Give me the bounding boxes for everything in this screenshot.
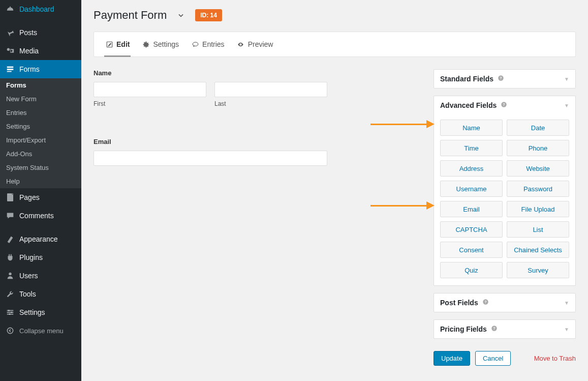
pin-icon bbox=[5, 27, 15, 38]
annotation-arrow bbox=[370, 201, 435, 210]
svg-point-9 bbox=[8, 310, 10, 311]
sidebar-item-comments[interactable]: Comments bbox=[0, 207, 81, 225]
collapse-triangle-icon: ▼ bbox=[564, 327, 569, 332]
field-btn-website[interactable]: Website bbox=[507, 160, 569, 177]
field-btn-time[interactable]: Time bbox=[440, 140, 503, 156]
email-input[interactable] bbox=[94, 151, 327, 166]
sidebar-item-media[interactable]: Media bbox=[0, 42, 81, 60]
sidebar-item-posts[interactable]: Posts bbox=[0, 23, 81, 42]
tab-label: Edit bbox=[116, 40, 130, 48]
sidebar-item-settings[interactable]: Settings bbox=[0, 303, 81, 321]
submenu-entries[interactable]: Entries bbox=[0, 106, 81, 120]
field-btn-date[interactable]: Date bbox=[507, 120, 569, 136]
update-button[interactable]: Update bbox=[434, 351, 470, 366]
tab-settings[interactable]: Settings bbox=[136, 32, 185, 56]
sidebar-label: Comments bbox=[19, 212, 54, 220]
appearance-icon bbox=[5, 234, 15, 244]
tools-icon bbox=[5, 289, 15, 299]
panel-advanced-fields: Advanced Fields ? ▼ Name Date Time Phone… bbox=[434, 96, 576, 286]
dashboard-icon bbox=[5, 4, 15, 14]
submenu-forms[interactable]: Forms bbox=[0, 78, 81, 92]
field-btn-chained-selects[interactable]: Chained Selects bbox=[507, 242, 569, 258]
help-icon[interactable]: ? bbox=[491, 325, 498, 333]
tab-entries[interactable]: Entries bbox=[185, 32, 231, 56]
panel-header-standard[interactable]: Standard Fields ? ▼ bbox=[434, 70, 575, 88]
help-icon[interactable]: ? bbox=[498, 75, 504, 83]
field-name[interactable]: Name First Last bbox=[94, 69, 423, 107]
editor-tabs: Edit Settings Entries Preview bbox=[94, 32, 576, 57]
panel-header-pricing[interactable]: Pricing Fields ? ▼ bbox=[434, 320, 575, 338]
move-to-trash-link[interactable]: Move to Trash bbox=[534, 355, 576, 362]
form-switcher-toggle[interactable] bbox=[174, 8, 188, 22]
tab-edit[interactable]: Edit bbox=[99, 32, 136, 56]
edit-icon bbox=[105, 40, 113, 48]
sidebar-label: Plugins bbox=[19, 253, 43, 261]
field-btn-survey[interactable]: Survey bbox=[507, 262, 569, 278]
svg-rect-2 bbox=[7, 69, 14, 70]
submenu-new-form[interactable]: New Form bbox=[0, 92, 81, 106]
svg-point-5 bbox=[9, 273, 11, 275]
chevron-down-icon bbox=[177, 11, 185, 19]
sidebar-item-dashboard[interactable]: Dashboard bbox=[0, 0, 81, 18]
sidebar-item-plugins[interactable]: Plugins bbox=[0, 248, 81, 267]
svg-text:?: ? bbox=[500, 76, 502, 80]
pages-icon bbox=[5, 192, 15, 202]
field-email[interactable]: Email bbox=[94, 138, 423, 166]
sidebar-item-users[interactable]: Users bbox=[0, 267, 81, 285]
field-btn-list[interactable]: List bbox=[507, 221, 569, 238]
field-btn-quiz[interactable]: Quiz bbox=[440, 262, 503, 278]
field-btn-email[interactable]: Email bbox=[440, 201, 503, 217]
submenu-import-export[interactable]: Import/Export bbox=[0, 133, 81, 147]
panel-header-advanced[interactable]: Advanced Fields ? ▼ bbox=[434, 96, 575, 114]
field-btn-username[interactable]: Username bbox=[440, 181, 503, 197]
sidebar-item-forms[interactable]: Forms bbox=[0, 60, 81, 78]
sidebar-forms-submenu: Forms New Form Entries Settings Import/E… bbox=[0, 78, 81, 188]
first-name-input[interactable] bbox=[94, 82, 206, 97]
field-btn-address[interactable]: Address bbox=[440, 160, 503, 177]
sidebar-label: Posts bbox=[19, 28, 37, 37]
tab-label: Entries bbox=[202, 40, 225, 48]
field-btn-phone[interactable]: Phone bbox=[507, 140, 569, 156]
sidebar-label: Users bbox=[19, 272, 38, 280]
sidebar-item-tools[interactable]: Tools bbox=[0, 285, 81, 303]
panel-post-fields: Post Fields ? ▼ bbox=[434, 293, 576, 312]
collapse-label: Collapse menu bbox=[19, 327, 64, 335]
panel-title: Standard Fields bbox=[440, 75, 493, 83]
svg-point-12 bbox=[7, 328, 13, 333]
forms-icon bbox=[5, 64, 15, 74]
comments-icon bbox=[5, 211, 15, 221]
last-name-input[interactable] bbox=[214, 82, 327, 97]
field-btn-name[interactable]: Name bbox=[440, 120, 503, 136]
submenu-settings[interactable]: Settings bbox=[0, 120, 81, 133]
form-id-badge: ID: 14 bbox=[195, 9, 222, 21]
submenu-help[interactable]: Help bbox=[0, 174, 81, 188]
svg-point-14 bbox=[193, 42, 198, 46]
field-btn-captcha[interactable]: CAPTCHA bbox=[440, 221, 503, 238]
sidebar-label: Settings bbox=[19, 308, 45, 316]
speech-icon bbox=[191, 40, 199, 48]
field-btn-consent[interactable]: Consent bbox=[440, 242, 503, 258]
sidebar-item-pages[interactable]: Pages bbox=[0, 188, 81, 207]
field-btn-password[interactable]: Password bbox=[507, 181, 569, 197]
tab-preview[interactable]: Preview bbox=[231, 32, 280, 56]
cancel-button[interactable]: Cancel bbox=[475, 351, 511, 366]
sidebar-collapse[interactable]: Collapse menu bbox=[0, 321, 81, 340]
svg-point-11 bbox=[9, 313, 11, 315]
sidebar-item-appearance[interactable]: Appearance bbox=[0, 230, 81, 248]
sidebar-label: Dashboard bbox=[19, 5, 54, 13]
help-icon[interactable]: ? bbox=[501, 101, 507, 109]
help-icon[interactable]: ? bbox=[482, 299, 489, 307]
sidebar-label: Media bbox=[19, 47, 39, 55]
advanced-field-grid: Name Date Time Phone Address Website Use… bbox=[440, 120, 569, 278]
svg-point-0 bbox=[7, 48, 10, 51]
tab-label: Preview bbox=[248, 40, 273, 48]
users-icon bbox=[5, 271, 15, 281]
submenu-addons[interactable]: Add-Ons bbox=[0, 147, 81, 161]
svg-point-10 bbox=[11, 312, 12, 313]
field-btn-file-upload[interactable]: File Upload bbox=[507, 201, 569, 217]
panel-header-post[interactable]: Post Fields ? ▼ bbox=[434, 294, 575, 312]
page-title: Payment Form bbox=[94, 9, 167, 22]
first-sublabel: First bbox=[94, 100, 206, 107]
gear-icon bbox=[142, 40, 150, 48]
submenu-system-status[interactable]: System Status bbox=[0, 161, 81, 174]
